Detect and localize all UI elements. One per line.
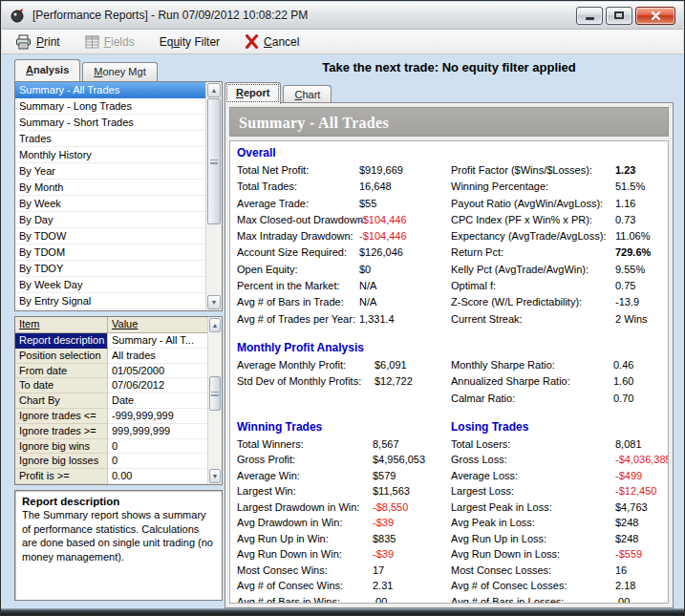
property-row[interactable]: To date07/06/2012 (15, 378, 207, 393)
property-row[interactable]: Position selectionAll trades (15, 349, 207, 364)
property-row[interactable]: Ignore trades <=-999,999,999 (15, 409, 207, 424)
scroll-up-button[interactable]: ▲ (209, 318, 221, 332)
toolbar: Print Fields Equity Filter Cancel (2, 30, 683, 54)
stat-value: $11,563 (373, 484, 410, 499)
scroll-grip-icon (211, 392, 219, 396)
list-item[interactable]: By TDOW (15, 228, 205, 244)
close-button[interactable] (635, 7, 675, 25)
property-scrollbar[interactable]: ▲ ▼ (207, 317, 222, 484)
stat-row: Kelly Pct (AvgTrade/AvgWin):9.55% (451, 263, 661, 279)
monthly-right-column: Monthly Sharpe Ratio:0.46Annualized Shar… (451, 358, 661, 408)
column-header-value[interactable]: Value (108, 317, 207, 332)
scroll-down-button[interactable]: ▼ (209, 469, 221, 483)
stat-value: $0 (359, 263, 371, 277)
list-item[interactable]: By TDOY (15, 261, 205, 277)
list-item[interactable]: By Week Day (15, 277, 205, 293)
stat-row: Open Equity:$0 (237, 263, 451, 279)
stat-row: Avg Peak in Loss:$248 (451, 516, 661, 532)
fields-label: Fields (104, 35, 135, 49)
stat-row: Avg Run Down in Loss:-$559 (451, 547, 661, 563)
tab-analysis[interactable]: Analysis (14, 59, 80, 81)
stat-label: Largest Loss: (451, 485, 514, 497)
stat-label: Avg Run Down in Win: (237, 548, 342, 560)
stat-label: Gross Loss: (451, 454, 507, 465)
stat-label: Avg # of Bars in Losses: (451, 596, 564, 604)
property-row[interactable]: Report descriptionSummary - All T... (15, 333, 207, 349)
stat-row: Expectancy (AvgTrade/AvgLoss):11.06% (451, 229, 661, 245)
list-item[interactable]: By Year (15, 163, 205, 180)
stat-label: Avg Run Down in Loss: (451, 548, 560, 560)
stat-row: Z-Score (W/L Predictability):-13.9 (451, 295, 661, 311)
stat-row: Profit Factor ($Wins/$Losses):1.23 (451, 163, 661, 180)
stat-value: 16 (615, 563, 627, 578)
property-name: From date (15, 364, 108, 379)
stat-label: Winning Percentage: (451, 181, 548, 192)
stat-row: Monthly Sharpe Ratio:0.46 (451, 358, 661, 374)
stat-label: Profit Factor ($Wins/$Losses): (451, 164, 592, 176)
monthly-left-column: Average Monthly Profit:$6,091Std Dev of … (237, 358, 451, 408)
stat-row: Total Winners:8,567 (237, 437, 451, 454)
list-item[interactable]: By Day (15, 212, 205, 228)
list-item[interactable]: Summary - Long Trades (15, 98, 205, 115)
list-scrollbar[interactable]: ▲ ▼ (205, 82, 222, 310)
title-bar[interactable]: [Performance Reports] - Run 07/09/2012 1… (2, 2, 683, 30)
tab-report[interactable]: Report (225, 82, 281, 104)
property-name: Ignore trades <= (15, 409, 108, 424)
list-item[interactable]: By TDOM (15, 244, 205, 261)
list-item[interactable]: Summary - Short Trades (15, 115, 205, 131)
property-name: Report description (15, 333, 108, 349)
scroll-thumb[interactable] (207, 98, 221, 224)
stat-label: Largest Peak in Loss: (451, 501, 552, 513)
report-list-items: Summary - All TradesSummary - Long Trade… (15, 82, 205, 310)
scroll-thumb[interactable] (209, 376, 221, 411)
section-heading-overall: Overall (237, 146, 661, 161)
overall-right-column: Profit Factor ($Wins/$Losses):1.23Winnin… (451, 163, 661, 329)
stat-row: Average Monthly Profit:$6,091 (237, 358, 451, 374)
list-item[interactable]: Trades (15, 131, 205, 147)
column-header-item[interactable]: Item (15, 317, 108, 332)
property-row[interactable]: Chart ByDate (15, 393, 207, 409)
stat-row: Max Intraday Drawdown:-$104,446 (237, 229, 451, 245)
property-row[interactable]: Ignore big losses0 (15, 454, 207, 469)
description-box: Report description The Summary report sh… (14, 490, 223, 601)
property-rows: Report descriptionSummary - All T...Posi… (15, 333, 207, 484)
list-item[interactable]: Monthly History (15, 147, 205, 163)
stat-label: Total Trades: (237, 181, 297, 192)
stat-label: Total Net Profit: (237, 164, 309, 176)
stat-label: Max Intraday Drawdown: (237, 230, 353, 242)
list-item[interactable]: Summary - All Trades (15, 82, 205, 98)
cancel-button[interactable]: Cancel (245, 34, 299, 49)
stat-label: Std Dev of Monthly Profits: (237, 375, 361, 387)
cancel-label: Cancel (264, 35, 299, 49)
scroll-down-button[interactable]: ▼ (207, 295, 221, 309)
stat-row: Average Win:$579 (237, 469, 451, 485)
stat-label: Most Consec Losses: (451, 564, 551, 576)
property-row[interactable]: Ignore big wins0 (15, 439, 207, 455)
scroll-up-button[interactable]: ▲ (207, 83, 221, 97)
property-name: Profit is >= (15, 469, 108, 484)
property-row[interactable]: Ignore trades >=999,999,999 (15, 424, 207, 439)
minimize-button[interactable] (576, 7, 603, 25)
print-button[interactable]: Print (15, 34, 60, 50)
tab-chart[interactable]: Chart (283, 85, 332, 104)
stat-row: Percent in the Market:N/A (237, 279, 451, 295)
property-name: Ignore trades >= (15, 424, 108, 439)
property-name: Position selection (15, 349, 108, 364)
property-row[interactable]: Profit is >=0.00 (15, 469, 207, 484)
equity-filter-button[interactable]: Equity Filter (160, 35, 220, 49)
list-item[interactable]: By Week (15, 196, 205, 212)
list-item[interactable]: By Month (15, 180, 205, 196)
description-title: Report description (22, 496, 215, 507)
list-item[interactable]: By Entry Signal (15, 293, 205, 309)
stat-row: Winning Percentage:51.5% (451, 180, 661, 196)
property-row[interactable]: From date01/05/2000 (15, 364, 207, 379)
stat-row: Largest Loss:-$12,450 (451, 484, 661, 500)
stat-value: 16,648 (359, 180, 392, 194)
report-panel: Summary - All Trades Overall Total Net P… (225, 102, 674, 608)
tab-money-mgt[interactable]: Money Mgt (82, 62, 157, 81)
maximize-button[interactable] (606, 7, 632, 25)
maximize-icon (614, 11, 624, 19)
section-heading-losing: Losing Trades (451, 420, 661, 435)
stat-label: Largest Win: (237, 485, 296, 497)
stat-label: Average Win: (237, 470, 300, 481)
